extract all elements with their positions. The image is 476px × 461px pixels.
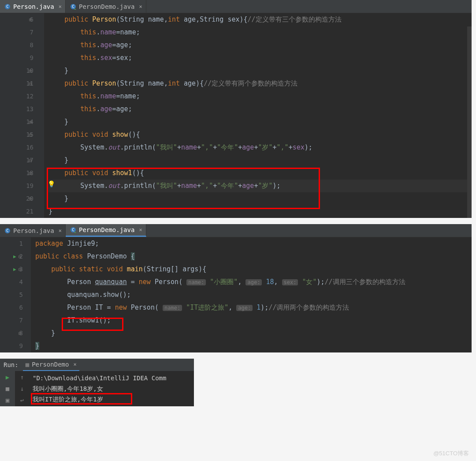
up-arrow-icon[interactable]: ↑ bbox=[20, 374, 24, 381]
close-icon[interactable]: × bbox=[71, 361, 76, 367]
run-toolbar-left: ▶ ■ ▣ bbox=[0, 371, 15, 406]
java-class-runnable-icon: C bbox=[70, 227, 76, 233]
run-config-label[interactable]: PersonDemo bbox=[32, 361, 69, 368]
java-class-icon: C bbox=[4, 4, 11, 10]
rerun-icon[interactable]: ▶ bbox=[6, 374, 9, 381]
intention-bulb-icon[interactable]: 💡 bbox=[48, 180, 55, 187]
soft-wrap-icon[interactable]: ↩ bbox=[20, 397, 24, 404]
output-line: "D:\Download\idea\IntelliJ IDEA Comm bbox=[33, 373, 190, 383]
svg-text:C: C bbox=[6, 4, 8, 9]
tab-persondemo-java[interactable]: C PersonDemo.java × bbox=[66, 0, 146, 13]
scrollbar[interactable] bbox=[467, 26, 472, 218]
tab-label: PersonDemo.java bbox=[79, 3, 134, 10]
camera-icon[interactable]: ▣ bbox=[6, 397, 9, 404]
run-toolbar-arrows: ↑ ↓ ↩ bbox=[15, 371, 29, 406]
run-tool-window: Run: ▦ PersonDemo × ▶ ■ ▣ ↑ ↓ ↩ "D:\Down… bbox=[0, 359, 194, 406]
code-area[interactable]: package Jinjie9; public class PersonDemo… bbox=[31, 237, 472, 352]
layout-icon: ▦ bbox=[26, 361, 29, 368]
gutter: 6⊟ 7 8 9 10⊟ 11⊟ 12 13 14⊟ 15⊟ 16 17⊟ 18… bbox=[0, 13, 44, 218]
editor-panel-person: C Person.java × C PersonDemo.java × 6⊟ 7… bbox=[0, 0, 472, 218]
svg-marker-8 bbox=[74, 232, 76, 233]
tab-label: Person.java bbox=[13, 227, 54, 234]
run-gutter-icon[interactable]: ▶ bbox=[13, 250, 16, 263]
stop-icon[interactable]: ■ bbox=[6, 385, 9, 392]
output-line: 我叫IT进阶之旅,今年1岁 bbox=[33, 396, 103, 403]
tab-person-java[interactable]: C Person.java × bbox=[0, 224, 66, 237]
editor-panel-persondemo: C Person.java × C PersonDemo.java × 1 2▶… bbox=[0, 224, 472, 352]
tab-bar: C Person.java × C PersonDemo.java × bbox=[0, 224, 472, 237]
svg-text:C: C bbox=[72, 4, 74, 9]
close-icon[interactable]: × bbox=[57, 228, 62, 234]
close-icon[interactable]: × bbox=[57, 4, 62, 10]
code-editor[interactable]: 6⊟ 7 8 9 10⊟ 11⊟ 12 13 14⊟ 15⊟ 16 17⊟ 18… bbox=[0, 13, 472, 218]
run-label: Run: bbox=[2, 361, 19, 368]
gutter: 1 2▶⊟ 3▶⊟ 4 5 6 7 8⊟ 9 bbox=[0, 237, 31, 352]
tab-person-java[interactable]: C Person.java × bbox=[0, 0, 66, 13]
tab-persondemo-java[interactable]: C PersonDemo.java × bbox=[66, 224, 146, 237]
close-icon[interactable]: × bbox=[137, 4, 142, 10]
code-area[interactable]: public Person(String name,int age,String… bbox=[44, 13, 472, 218]
svg-text:C: C bbox=[72, 228, 74, 232]
tab-bar: C Person.java × C PersonDemo.java × bbox=[0, 0, 472, 13]
run-header: Run: ▦ PersonDemo × bbox=[0, 359, 194, 371]
output-line: 我叫小圈圈,今年18岁,女 bbox=[33, 383, 190, 394]
console-output[interactable]: "D:\Download\idea\IntelliJ IDEA Comm 我叫小… bbox=[29, 371, 194, 406]
tab-label: PersonDemo.java bbox=[79, 226, 134, 233]
svg-text:C: C bbox=[6, 229, 8, 233]
run-gutter-icon[interactable]: ▶ bbox=[13, 263, 16, 276]
java-class-runnable-icon: C bbox=[70, 4, 76, 10]
tab-label: Person.java bbox=[13, 3, 54, 10]
down-arrow-icon[interactable]: ↓ bbox=[20, 385, 24, 392]
java-class-icon: C bbox=[4, 228, 11, 234]
close-icon[interactable]: × bbox=[137, 227, 142, 233]
code-editor[interactable]: 1 2▶⊟ 3▶⊟ 4 5 6 7 8⊟ 9 package Jinjie9; … bbox=[0, 237, 472, 352]
